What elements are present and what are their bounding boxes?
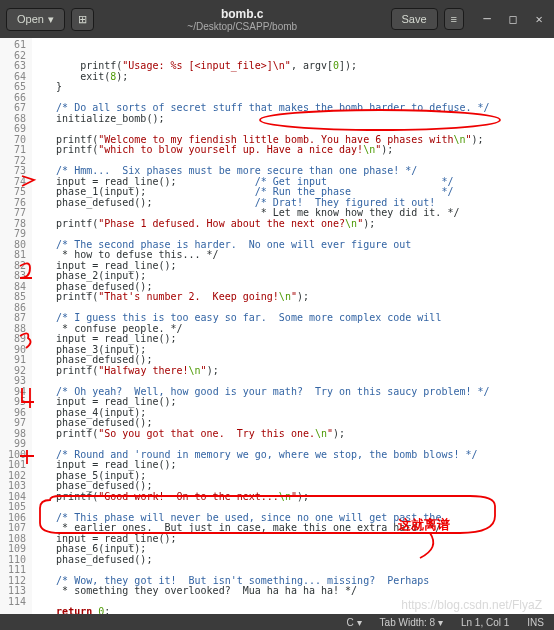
- chevron-down-icon: ▾: [48, 13, 54, 26]
- line-number: 85: [0, 292, 26, 303]
- line-number: 89: [0, 334, 26, 345]
- line-number: 81: [0, 250, 26, 261]
- hamburger-icon: ≡: [451, 13, 457, 25]
- line-number: 113: [0, 586, 26, 597]
- line-number-gutter: 6162636465666768697071727374757677787980…: [0, 38, 32, 614]
- code-line[interactable]: input = read_line();: [32, 397, 554, 408]
- line-number: 69: [0, 124, 26, 135]
- code-view[interactable]: printf("Usage: %s [<input_file>]\n", arg…: [32, 38, 554, 614]
- code-line[interactable]: * how to defuse this... */: [32, 250, 554, 261]
- line-number: 91: [0, 355, 26, 366]
- code-line[interactable]: phase_6(input);: [32, 544, 554, 555]
- line-number: 109: [0, 544, 26, 555]
- line-number: 75: [0, 187, 26, 198]
- code-line[interactable]: printf("So you got that one. Try this on…: [32, 429, 554, 440]
- annotation-text: 这就离谱: [398, 516, 450, 534]
- filepath-label: ~/Desktop/CSAPP/bomb: [100, 21, 385, 32]
- status-lang[interactable]: C ▾: [347, 617, 362, 628]
- code-line[interactable]: }: [32, 82, 554, 93]
- line-number: 83: [0, 271, 26, 282]
- line-number: 87: [0, 313, 26, 324]
- code-line[interactable]: exit(8);: [32, 72, 554, 83]
- line-number: 79: [0, 229, 26, 240]
- open-button[interactable]: Open ▾: [6, 8, 65, 31]
- line-number: 71: [0, 145, 26, 156]
- line-number: 114: [0, 597, 26, 608]
- titlebar: Open ▾ ⊞ bomb.c ~/Desktop/CSAPP/bomb Sav…: [0, 0, 554, 38]
- line-number: 99: [0, 439, 26, 450]
- code-line[interactable]: phase_defused();: [32, 555, 554, 566]
- code-line[interactable]: * something they overlooked? Mua ha ha h…: [32, 586, 554, 597]
- code-line[interactable]: printf("which to blow yourself up. Have …: [32, 145, 554, 156]
- new-tab-button[interactable]: ⊞: [71, 8, 94, 31]
- maximize-icon: □: [509, 12, 516, 26]
- filename-label: bomb.c: [100, 7, 385, 21]
- maximize-button[interactable]: □: [504, 10, 522, 28]
- line-number: 73: [0, 166, 26, 177]
- line-number: 63: [0, 61, 26, 72]
- new-tab-icon: ⊞: [78, 13, 87, 26]
- code-line[interactable]: printf("Phase 1 defused. How about the n…: [32, 219, 554, 230]
- line-number: 67: [0, 103, 26, 114]
- code-line[interactable]: phase_2(input);: [32, 271, 554, 282]
- line-number: 101: [0, 460, 26, 471]
- editor-area[interactable]: 6162636465666768697071727374757677787980…: [0, 38, 554, 614]
- line-number: 93: [0, 376, 26, 387]
- close-button[interactable]: ✕: [530, 10, 548, 28]
- minimize-button[interactable]: ─: [478, 10, 496, 28]
- line-number: 111: [0, 565, 26, 576]
- line-number: 65: [0, 82, 26, 93]
- statusbar: C ▾ Tab Width: 8 ▾ Ln 1, Col 1 INS: [0, 614, 554, 630]
- code-line[interactable]: [32, 597, 554, 608]
- line-number: 103: [0, 481, 26, 492]
- close-icon: ✕: [535, 12, 542, 26]
- save-button[interactable]: Save: [391, 8, 438, 30]
- status-position[interactable]: Ln 1, Col 1: [461, 617, 509, 628]
- minimize-icon: ─: [483, 12, 490, 26]
- code-line[interactable]: input = read_line();: [32, 460, 554, 471]
- status-tabwidth[interactable]: Tab Width: 8 ▾: [380, 617, 443, 628]
- code-line[interactable]: /* I guess this is too easy so far. Some…: [32, 313, 554, 324]
- status-mode[interactable]: INS: [527, 617, 544, 628]
- code-line[interactable]: initialize_bomb();: [32, 114, 554, 125]
- line-number: 61: [0, 40, 26, 51]
- code-line[interactable]: printf("Good work! On to the next...\n")…: [32, 492, 554, 503]
- code-line[interactable]: * earlier ones. But just in case, make t…: [32, 523, 554, 534]
- code-line[interactable]: printf("That's number 2. Keep going!\n")…: [32, 292, 554, 303]
- line-number: 77: [0, 208, 26, 219]
- line-number: 95: [0, 397, 26, 408]
- save-label: Save: [402, 13, 427, 25]
- code-line[interactable]: printf("Halfway there!\n");: [32, 366, 554, 377]
- line-number: 97: [0, 418, 26, 429]
- code-line[interactable]: input = read_line();: [32, 334, 554, 345]
- title-center: bomb.c ~/Desktop/CSAPP/bomb: [100, 7, 385, 32]
- code-line[interactable]: /* Do all sorts of secret stuff that mak…: [32, 103, 554, 114]
- line-number: 107: [0, 523, 26, 534]
- menu-button[interactable]: ≡: [444, 8, 464, 30]
- line-number: 105: [0, 502, 26, 513]
- open-label: Open: [17, 13, 44, 25]
- code-line[interactable]: return 0;: [32, 607, 554, 614]
